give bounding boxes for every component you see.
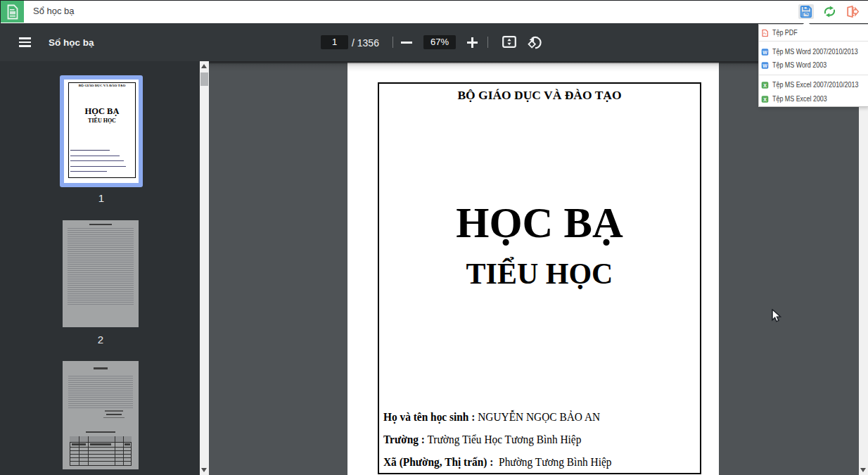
- svg-text:W: W: [762, 63, 767, 68]
- svg-text:W: W: [762, 49, 767, 54]
- svg-text:X: X: [763, 96, 767, 101]
- svg-text:X: X: [763, 82, 767, 87]
